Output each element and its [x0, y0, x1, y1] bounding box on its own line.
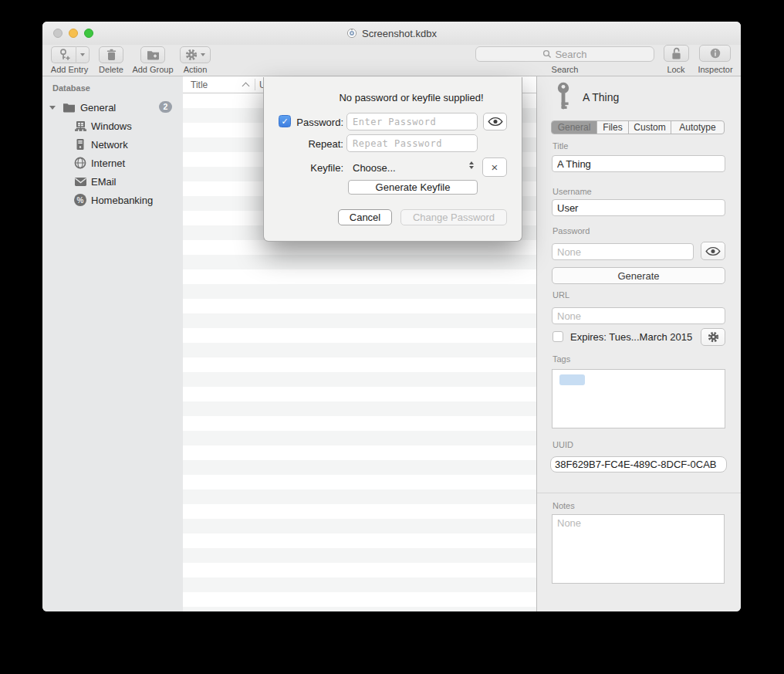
- reveal-password-button[interactable]: [701, 242, 725, 260]
- sidebar-item-internet[interactable]: Internet: [42, 154, 183, 172]
- sidebar-item-windows[interactable]: Windows: [42, 117, 183, 135]
- sidebar-item-label: Internet: [91, 157, 125, 169]
- entry-title: A Thing: [583, 91, 619, 103]
- tag-token[interactable]: [559, 374, 585, 385]
- keyfile-popup[interactable]: Choose...: [353, 162, 396, 174]
- repeat-label: Repeat:: [292, 138, 343, 150]
- inspector-button[interactable]: [699, 45, 731, 62]
- inspector-label: Inspector: [691, 65, 740, 74]
- sidebar-item-network[interactable]: Network: [42, 135, 183, 154]
- notes-label: Notes: [553, 501, 575, 510]
- sheet-message: No password or keyfile supplied!: [301, 92, 522, 103]
- uuid-field[interactable]: [550, 456, 727, 472]
- column-header-title[interactable]: Title: [191, 80, 208, 90]
- tab-files[interactable]: Files: [597, 121, 629, 134]
- sidebar-item-homebanking[interactable]: % Homebanking: [42, 191, 183, 209]
- generate-keyfile-button[interactable]: Generate Keyfile: [348, 180, 478, 195]
- disclosure-triangle-icon[interactable]: [49, 106, 56, 110]
- close-icon: ×: [492, 161, 498, 174]
- sidebar-item-label: EMail: [91, 176, 117, 188]
- sidebar-item-label: Network: [91, 139, 128, 151]
- notes-field[interactable]: [552, 514, 725, 584]
- toolbar: Add Entry Delete Add Group Action Search: [42, 45, 741, 76]
- password-label: Password:: [292, 117, 343, 128]
- sidebar-item-email[interactable]: EMail: [42, 172, 183, 191]
- app-window: Screenshot.kdbx Add Entry Delete Add Gro…: [42, 22, 741, 611]
- add-group-label: Add Group: [128, 65, 177, 74]
- add-entry-button[interactable]: [51, 46, 76, 63]
- percent-icon: %: [74, 194, 86, 206]
- lock-button[interactable]: [664, 45, 689, 62]
- tags-box[interactable]: [552, 369, 725, 428]
- sidebar-item-general[interactable]: General 2: [42, 98, 183, 117]
- key-plus-icon: [58, 49, 70, 61]
- globe-icon: [74, 157, 86, 169]
- open-padlock-icon: [671, 47, 682, 60]
- password-field-label: Password: [553, 226, 590, 235]
- trash-icon: [106, 49, 117, 61]
- window-title-area: Screenshot.kdbx: [42, 22, 741, 45]
- url-field-label: URL: [553, 290, 569, 300]
- change-password-button[interactable]: Change Password: [400, 209, 507, 225]
- keyfile-label: Keyfile:: [292, 162, 343, 174]
- username-field[interactable]: [552, 199, 725, 216]
- password-field[interactable]: [552, 243, 694, 260]
- reveal-password-button[interactable]: [483, 113, 507, 130]
- username-field-label: Username: [553, 187, 592, 196]
- server-icon: [75, 138, 86, 151]
- sidebar-item-label: Homebanking: [91, 195, 153, 206]
- folder-icon: [63, 102, 76, 113]
- inspector-tabs: General Files Custom Autotype: [551, 120, 725, 134]
- eye-icon: [705, 246, 721, 256]
- envelope-icon: [74, 177, 87, 187]
- add-group-button[interactable]: [140, 46, 165, 63]
- folder-plus-icon: [147, 49, 160, 60]
- password-checkbox[interactable]: ✓: [279, 115, 291, 127]
- info-icon: [709, 47, 721, 59]
- entry-count-badge: 2: [159, 101, 172, 113]
- sort-ascending-icon: [242, 83, 250, 90]
- gear-icon: [708, 331, 719, 343]
- repeat-password-input[interactable]: [346, 134, 478, 152]
- sidebar-item-label: Windows: [91, 120, 132, 132]
- search-icon: [542, 49, 552, 59]
- cancel-button[interactable]: Cancel: [338, 209, 392, 225]
- sidebar-header: Database: [52, 83, 90, 93]
- new-password-input[interactable]: [346, 113, 478, 130]
- section-divider: [537, 493, 741, 493]
- expires-label: Expires: Tues...March 2015: [570, 331, 692, 343]
- stepper-icon[interactable]: [469, 161, 474, 169]
- clear-keyfile-button[interactable]: ×: [482, 157, 507, 177]
- search-placeholder: Search: [555, 49, 586, 60]
- add-entry-dropdown-button[interactable]: [76, 46, 90, 63]
- windows-network-icon: [74, 120, 87, 132]
- uuid-label: UUID: [553, 440, 573, 449]
- check-icon: ✓: [281, 117, 288, 127]
- delete-label: Delete: [93, 65, 130, 74]
- sidebar-item-label: General: [80, 102, 116, 113]
- tab-autotype[interactable]: Autotype: [671, 121, 724, 134]
- generate-password-button[interactable]: Generate: [552, 267, 725, 284]
- expires-settings-button[interactable]: [701, 328, 725, 346]
- delete-button[interactable]: [99, 46, 123, 63]
- change-password-sheet: No password or keyfile supplied! ✓ Passw…: [263, 77, 522, 242]
- search-input[interactable]: Search: [475, 46, 654, 62]
- tab-general[interactable]: General: [552, 121, 597, 134]
- expires-checkbox[interactable]: [553, 331, 563, 342]
- window-title: Screenshot.kdbx: [362, 28, 437, 39]
- tab-custom[interactable]: Custom: [629, 121, 671, 134]
- gear-icon: [185, 49, 198, 61]
- key-icon: [556, 82, 572, 113]
- title-field[interactable]: [552, 155, 725, 172]
- add-entry-label: Add Entry: [46, 65, 93, 74]
- pane-divider[interactable]: [536, 76, 537, 611]
- column-divider[interactable]: [255, 79, 255, 90]
- group-sidebar: Database General 2 Windows Network: [42, 76, 183, 611]
- title-bar: Screenshot.kdbx: [42, 22, 741, 45]
- url-field[interactable]: [552, 307, 725, 324]
- action-button[interactable]: [180, 46, 211, 63]
- inspector-panel: A Thing General Files Custom Autotype Ti…: [537, 76, 741, 611]
- tags-label: Tags: [553, 354, 570, 364]
- search-label: Search: [540, 65, 590, 74]
- eye-icon: [488, 117, 503, 127]
